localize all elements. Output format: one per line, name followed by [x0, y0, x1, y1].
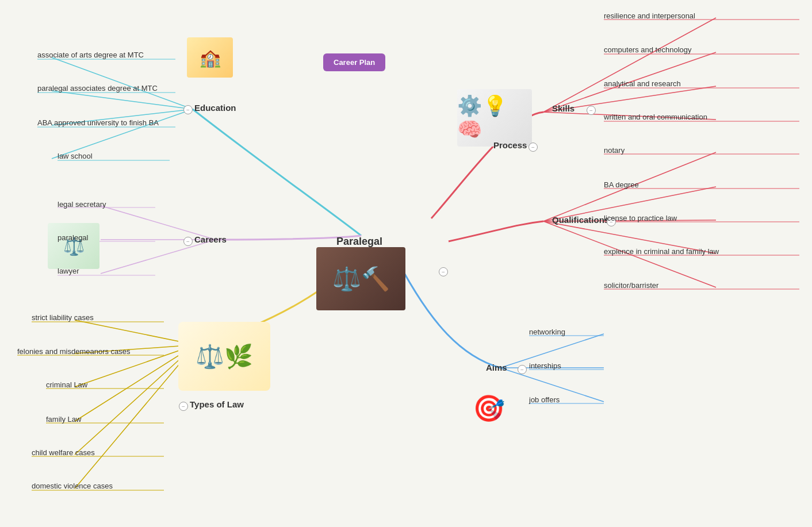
- school-image: 🏫: [187, 37, 233, 78]
- education-label: Education: [194, 103, 236, 113]
- careers-item-0: legal secretary: [58, 200, 106, 209]
- types-label: Types of Law: [190, 399, 244, 409]
- aims-collapse[interactable]: −: [518, 365, 527, 374]
- edu-item-1: paralegal associates degree at MTC: [37, 84, 158, 93]
- qual-item-1: BA degree: [604, 180, 639, 189]
- careers-collapse[interactable]: −: [183, 237, 193, 246]
- skills-collapse[interactable]: −: [587, 106, 596, 115]
- types-item-3: family Law: [46, 415, 81, 424]
- svg-line-19: [75, 345, 196, 488]
- process-collapse[interactable]: −: [528, 143, 538, 152]
- careers-image: ⚖️: [48, 223, 99, 269]
- main-right-collapse[interactable]: −: [439, 267, 448, 276]
- skills-label: Skills: [552, 103, 574, 113]
- types-item-4: child welfare cases: [32, 448, 95, 457]
- qualifications-label: Qualifications: [552, 215, 609, 225]
- qual-item-0: notary: [604, 146, 625, 155]
- skills-item-3: written and oral communication: [604, 113, 707, 121]
- svg-line-18: [75, 345, 196, 455]
- qual-item-3: expience in criminal and family law: [604, 247, 719, 256]
- education-collapse[interactable]: −: [183, 105, 193, 114]
- edu-item-0: associate of arts degree at MTC: [37, 51, 144, 59]
- process-label: Process: [493, 140, 527, 150]
- career-plan-button[interactable]: Career Plan: [323, 53, 385, 71]
- center-node-label: Paralegal: [336, 236, 382, 248]
- svg-line-1: [52, 91, 193, 109]
- skills-item-0: resilience and interpersonal: [604, 11, 695, 20]
- edu-item-3: law school: [58, 152, 93, 160]
- careers-item-2: lawyer: [58, 267, 79, 275]
- center-image: ⚖️🔨: [316, 247, 405, 310]
- svg-line-26: [543, 18, 716, 112]
- types-item-5: domestic violence cases: [32, 482, 113, 490]
- qual-item-2: license to practice law: [604, 214, 677, 222]
- types-item-2: criminal Law: [46, 380, 87, 389]
- skills-item-2: analytical and research: [604, 79, 681, 88]
- svg-line-10: [101, 240, 216, 274]
- svg-line-0: [52, 57, 193, 109]
- types-item-1: felonies and misdemeanors cases: [17, 347, 131, 356]
- svg-line-14: [75, 320, 196, 345]
- skills-item-1: computers and technology: [604, 45, 691, 54]
- edu-item-2: ABA approved university to finish BA: [37, 118, 159, 127]
- aims-image: 🎯: [466, 385, 512, 431]
- process-image: ⚙️💡🧠: [457, 89, 532, 147]
- types-collapse[interactable]: −: [179, 402, 188, 411]
- svg-line-17: [75, 345, 196, 421]
- aims-item-1: interships: [529, 361, 561, 370]
- aims-item-0: networking: [529, 328, 565, 336]
- careers-item-1: paralegal: [58, 233, 89, 242]
- aims-label: Aims: [486, 363, 507, 372]
- law-image: ⚖️🌿: [178, 322, 270, 391]
- types-item-0: strict liability cases: [32, 313, 94, 322]
- aims-item-2: job offers: [529, 395, 560, 404]
- qual-item-4: solicitor/barrister: [604, 281, 658, 290]
- careers-label: Careers: [194, 234, 227, 244]
